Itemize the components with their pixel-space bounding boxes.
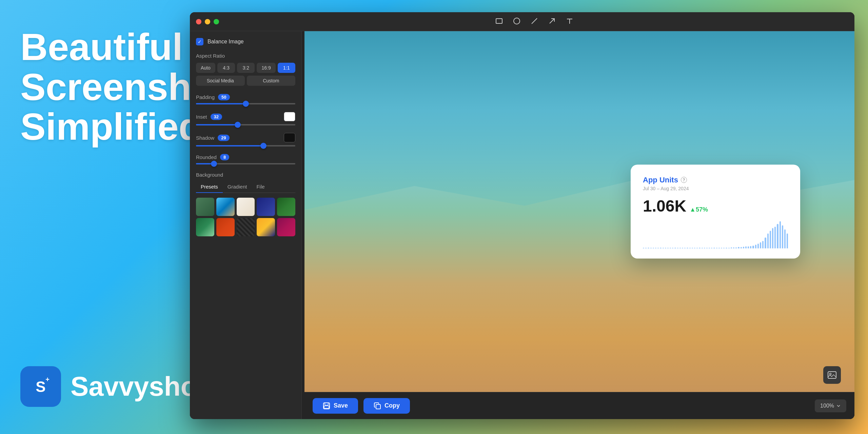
preset-10[interactable] [277,218,295,236]
preset-2[interactable] [216,198,235,216]
chart-bar [743,247,744,249]
rounded-track[interactable] [196,163,295,164]
aspect-social-button[interactable]: Social Media [196,76,245,86]
card-help-icon[interactable]: ? [681,177,687,183]
close-button[interactable] [196,19,201,24]
balance-image-checkbox[interactable]: ✓ [196,38,203,45]
chart-bar [689,248,691,248]
svg-rect-12 [325,403,328,405]
maximize-button[interactable] [214,19,219,24]
shadow-value: 29 [218,135,229,141]
aspect-43-button[interactable]: 4:3 [217,63,235,73]
preset-5[interactable] [277,198,295,216]
chart-bar [657,248,659,249]
aspect-ratio-label: Aspect Ratio [196,53,295,59]
chart-bar [782,225,783,249]
chart-bar [682,248,683,249]
preset-6[interactable] [196,218,214,236]
image-overlay-button[interactable] [823,366,846,384]
chart-bar [711,248,712,248]
rounded-value: 8 [220,154,229,160]
chart-bar [770,231,771,249]
chart-bar [784,230,786,249]
panel-separator [302,31,304,419]
inset-track[interactable] [196,124,295,125]
aspect-169-button[interactable]: 16:9 [257,63,275,73]
app-name-text: Savvyshot [71,371,206,402]
rectangle-tool-icon[interactable] [495,17,503,27]
preset-4[interactable] [257,198,275,216]
chart-bar [777,224,778,249]
tab-gradient[interactable]: Gradient [223,182,252,193]
tab-file[interactable]: File [252,182,269,193]
screenshot-preview: App Units ? Jul 30 – Aug 29, 2024 1.06K … [304,31,854,392]
chart-bar [780,221,781,249]
chart-bar [694,248,695,249]
zoom-control[interactable]: 100% [815,399,846,412]
chart-bar [663,248,664,249]
chart-bar [774,227,776,249]
card-metric-value: 1.06K ▲57% [643,197,788,215]
rounded-label: Rounded [196,154,217,160]
aspect-custom-button[interactable]: Custom [247,76,296,86]
svg-rect-3 [496,19,502,23]
arrow-tool-icon[interactable] [548,17,556,27]
chart-bar [709,248,710,248]
zoom-label: 100% [820,403,834,409]
preset-8[interactable] [237,218,255,236]
background-label: Background [196,172,295,178]
chart-bar [650,248,652,249]
chart-bar [728,248,730,248]
chart-bar [772,228,773,249]
aspect-32-button[interactable]: 3:2 [237,63,255,73]
inset-color-swatch[interactable] [284,112,295,121]
chart-bar [787,234,788,249]
padding-section: Padding 50 [196,94,295,104]
preset-7[interactable] [216,218,235,236]
shadow-track[interactable] [196,145,295,146]
app-window: ✓ Balance Image Aspect Ratio Auto 4:3 3:… [190,12,854,419]
shadow-color-swatch[interactable] [284,133,295,142]
card-date-range: Jul 30 – Aug 29, 2024 [643,186,788,191]
svg-rect-13 [324,406,329,408]
shadow-label: Shadow [196,135,214,141]
minimize-button[interactable] [205,19,210,24]
aspect-ratio-section: Aspect Ratio Auto 4:3 3:2 16:9 1:1 Socia… [196,53,295,86]
card-title-text: App Units [643,176,678,184]
copy-button[interactable]: Copy [363,398,410,414]
chart-bar [702,248,703,249]
chart-bar [679,248,681,249]
chart-bar [721,248,722,249]
chart-bar [706,248,708,249]
aspect-11-button[interactable]: 1:1 [278,63,295,73]
circle-tool-icon[interactable] [513,17,521,27]
preset-9[interactable] [257,218,275,236]
balance-image-label: Balance Image [208,39,244,45]
chart-bar [738,247,739,249]
tab-presets[interactable]: Presets [196,182,223,193]
aspect-auto-button[interactable]: Auto [196,63,215,73]
shadow-section: Shadow 29 [196,133,295,146]
card-title: App Units ? [643,176,788,184]
text-tool-icon[interactable] [566,17,574,27]
svg-line-5 [532,18,537,24]
svg-rect-9 [828,372,836,378]
padding-track[interactable] [196,103,295,104]
chart-bar [765,238,766,249]
save-label: Save [334,402,348,409]
bottom-toolbar: Save Copy 100% [304,392,854,419]
chart-bar [750,246,751,248]
chart-bar [748,246,749,248]
balance-image-row: ✓ Balance Image [196,38,295,45]
save-button[interactable]: Save [313,398,358,414]
preset-3[interactable] [237,198,255,216]
svg-text:S: S [36,378,45,395]
chart-bar [767,234,769,249]
chart-bar [704,248,705,249]
svg-point-10 [830,373,831,375]
line-tool-icon[interactable] [530,17,538,27]
background-section: Background Presets Gradient File [196,172,295,236]
chart-bar [755,244,756,248]
chart-bar [718,248,720,249]
preset-1[interactable] [196,198,214,216]
